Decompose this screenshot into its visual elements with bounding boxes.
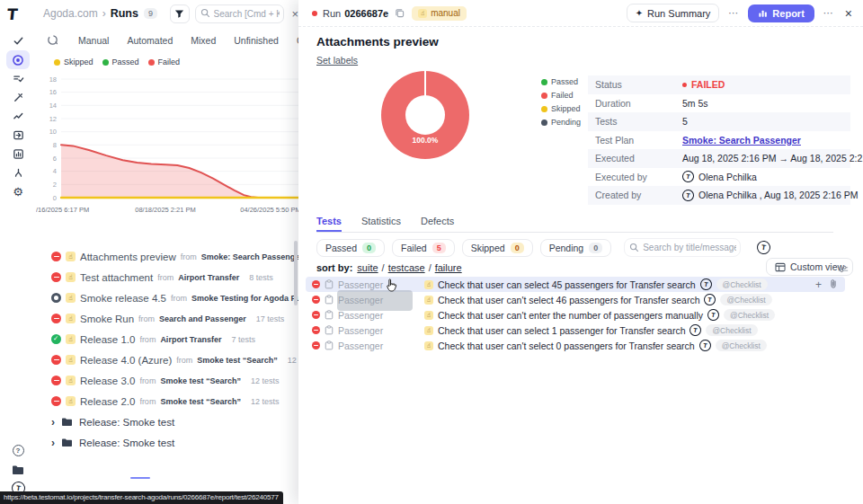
run-list-item[interactable]: ☝Release 3.0fromSmoke test “Search”12 te… <box>36 370 298 391</box>
detail-row: StatusFAILED <box>588 75 850 94</box>
filter-failed[interactable]: Failed5 <box>392 239 455 257</box>
test-row[interactable]: Passenger☝Check that user can't select 0… <box>306 338 845 353</box>
branch-icon[interactable] <box>6 164 30 182</box>
panel-more-button[interactable]: ⋯ <box>821 5 837 21</box>
close-search-icon[interactable]: × <box>291 7 298 21</box>
filter-count: 5 <box>432 243 446 253</box>
run-list-item[interactable]: ☝Release 4.0 (Azure)fromSmoke test “Sear… <box>36 349 298 370</box>
svg-text:14: 14 <box>49 102 57 110</box>
donut-legend-label: Pending <box>551 118 581 127</box>
legend-label: Skipped <box>64 57 93 66</box>
settings-icon[interactable]: ⚙ <box>6 182 30 201</box>
run-tests-count: 12 tests <box>251 376 280 385</box>
left-scrollbar[interactable] <box>294 241 298 305</box>
legend-dot <box>102 59 109 66</box>
assignee-avatar: T <box>698 339 712 352</box>
filter-skipped[interactable]: Skipped0 <box>462 239 533 257</box>
bar-chart-icon <box>758 8 768 18</box>
run-list-item[interactable]: ☝Smoke RunfromSearch and Passenger17 tes… <box>36 308 298 329</box>
attachment-icon[interactable] <box>829 277 838 293</box>
run-id: 0266687e <box>344 8 388 19</box>
run-list-item[interactable]: ☝Smoke release 4.5fromSmoke Testing for … <box>36 287 298 308</box>
run-list-item[interactable]: ☝Release 2.0fromSmoke test “Search”12 te… <box>36 391 298 411</box>
run-tests-count: 12 tests <box>288 356 298 365</box>
report-button[interactable]: Report <box>748 4 814 22</box>
detail-label: Tests <box>588 116 682 127</box>
test-row[interactable]: Passenger☝Check that user can select 45 … <box>306 277 845 292</box>
test-title[interactable]: Check that user can select 45 passengers… <box>438 279 696 290</box>
failed-status-icon <box>51 396 61 406</box>
test-plan-link[interactable]: Smoke: Search Passenger <box>682 135 801 146</box>
run-summary-more-button[interactable]: ⋯ <box>725 5 742 21</box>
test-title[interactable]: Check that user can't enter the number o… <box>438 310 703 321</box>
tab-tests[interactable]: Tests <box>316 216 342 232</box>
run-list-item[interactable]: ☝Test attachmentfromAirport Transfer8 te… <box>36 267 298 287</box>
run-folder-item[interactable]: ›Release: Smoke test <box>36 432 298 453</box>
runs-tab-unfinished[interactable]: Unfinished <box>234 35 279 46</box>
test-plans-icon[interactable] <box>6 69 30 88</box>
set-labels-link[interactable]: Set labels <box>316 55 358 66</box>
run-list-item[interactable]: ☝Release 1.0fromAirport Transfer7 tests <box>36 329 298 349</box>
projects-icon[interactable] <box>6 460 30 479</box>
breadcrumb-page[interactable]: Runs <box>111 7 138 20</box>
assignee-avatar[interactable]: T <box>756 240 771 255</box>
tasks-icon[interactable] <box>6 31 30 50</box>
run-folder-item[interactable]: ›Release: Smoke test <box>36 411 298 432</box>
test-row[interactable]: Passenger☝Check that user can select 1 p… <box>306 323 845 338</box>
app-logo-icon[interactable]: T <box>6 5 19 23</box>
run-list-item[interactable]: ☝Attachments previewfromSmoke: Search Pa… <box>36 246 298 267</box>
chart-edit-icon[interactable] <box>47 34 58 46</box>
tests-search-input[interactable] <box>624 238 741 257</box>
svg-text:0: 0 <box>53 194 57 202</box>
filter-button[interactable] <box>170 4 190 23</box>
run-history-chart: 181614121086420/16/2025 6:17 PM08/18/202… <box>36 70 298 221</box>
link-preview-statusbar: https://beta.testomat.io/projects/transf… <box>0 491 283 504</box>
test-title[interactable]: Check that user can't select 0 passenger… <box>438 340 695 351</box>
view-settings-icon[interactable] <box>838 261 849 278</box>
run-title: Test attachment <box>80 272 153 283</box>
test-row[interactable]: Passenger☝Check that user can't select 4… <box>306 292 845 307</box>
sort-by-testcase[interactable]: testcase <box>388 262 425 273</box>
filter-pending[interactable]: Pending0 <box>540 239 612 257</box>
sort-by-suite[interactable]: suite <box>357 262 378 273</box>
search-icon <box>629 243 639 252</box>
add-icon[interactable]: + <box>815 279 822 290</box>
detail-value: TOlena Pchilka <box>682 171 757 182</box>
tab-statistics[interactable]: Statistics <box>361 216 401 232</box>
sort-separator: / <box>382 262 385 273</box>
detail-row: ExecutedAug 18, 2025 2:16 PM → Aug 18, 2… <box>588 149 850 168</box>
funnel-icon <box>174 9 184 19</box>
close-panel-icon[interactable]: × <box>845 6 852 21</box>
run-tests-count: 7 tests <box>231 335 255 344</box>
svg-text:08/18/2025 2:21 PM: 08/18/2025 2:21 PM <box>135 206 196 214</box>
sort-by-failure[interactable]: failure <box>435 262 462 273</box>
clipboard-icon <box>325 338 334 354</box>
report-icon[interactable] <box>6 145 30 164</box>
run-title: Release 2.0 <box>80 396 135 407</box>
test-suite-name: Passenger <box>338 325 383 336</box>
runs-tab-mixed[interactable]: Mixed <box>191 35 216 46</box>
runs-icon[interactable] <box>6 50 30 69</box>
tab-defects[interactable]: Defects <box>421 216 454 232</box>
analytics-icon[interactable] <box>6 107 30 126</box>
runs-filter-tabs: ManualAutomatedMixedUnfinishedGroupsSeve… <box>36 27 298 52</box>
import-icon[interactable] <box>6 126 30 145</box>
filter-passed[interactable]: Passed0 <box>316 239 385 257</box>
pulse-icon[interactable] <box>6 88 30 107</box>
help-icon[interactable]: ? <box>6 441 30 460</box>
run-summary-button[interactable]: ✦ Run Summary <box>627 4 720 22</box>
test-title[interactable]: Check that user can select 1 passenger f… <box>438 325 685 336</box>
detail-text: 5 <box>682 116 688 127</box>
breadcrumb-project[interactable]: Agoda.com <box>43 7 98 20</box>
pagination-indicator[interactable] <box>130 477 150 479</box>
breadcrumb-separator: › <box>102 7 106 20</box>
runs-panel: Agoda.com › Runs 9 × ManualAutomatedMixe… <box>36 0 298 491</box>
runs-tab-manual[interactable]: Manual <box>78 35 109 46</box>
run-suite: Airport Transfer <box>160 335 221 344</box>
runs-tab-automated[interactable]: Automated <box>127 35 173 46</box>
copy-run-id-icon[interactable] <box>395 8 405 18</box>
test-row[interactable]: Passenger☝Check that user can't enter th… <box>306 307 845 323</box>
donut-hole <box>405 95 445 135</box>
test-title[interactable]: Check that user can't select 46 passenge… <box>438 295 699 305</box>
run-tests-count: 8 tests <box>249 273 273 282</box>
